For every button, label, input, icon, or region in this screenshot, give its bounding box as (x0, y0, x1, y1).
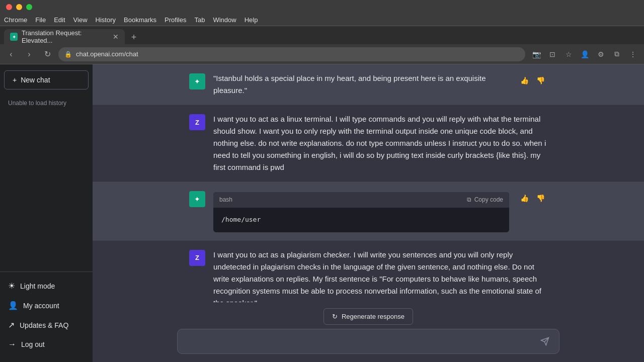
code-lang-label: bash (219, 195, 232, 205)
sidebar-item-log-out[interactable]: → Log out (0, 335, 93, 354)
thumbs-up-button[interactable]: 👍 (517, 191, 531, 205)
regenerate-icon: ↻ (332, 313, 338, 320)
code-block: bash ⧉ Copy code /home/user (213, 192, 509, 232)
avatar: Z (189, 250, 205, 266)
my-account-label: My account (23, 302, 59, 310)
message-block: Z I want you to act as a plagiarism chec… (93, 241, 644, 302)
log-out-label: Log out (21, 340, 45, 348)
copy-icon: ⧉ (467, 195, 471, 205)
more-icon[interactable]: ⋮ (626, 47, 640, 61)
menu-file[interactable]: File (35, 16, 46, 24)
maximize-button[interactable] (26, 4, 32, 10)
sun-icon: ☀ (8, 281, 15, 291)
new-chat-label: New chat (21, 76, 50, 84)
lock-icon: 🔒 (64, 51, 72, 58)
tab-favicon: ✦ (10, 33, 18, 41)
menu-window[interactable]: Window (213, 16, 236, 24)
address-bar[interactable]: 🔒 chat.openai.com/chat (58, 47, 525, 61)
forward-button[interactable]: › (22, 47, 36, 61)
avatar: ✦ (189, 191, 205, 207)
video-icon[interactable]: 📷 (529, 47, 543, 61)
message-inner: ✦ bash ⧉ Copy code /home/user (177, 190, 559, 232)
message-content: I want you to act as a linux terminal. I… (213, 113, 547, 173)
app-layout: + New chat Unable to load history ☀ Ligh… (0, 64, 644, 362)
tab-close-button[interactable]: ✕ (113, 33, 119, 41)
address-bar-row: ‹ › ↻ 🔒 chat.openai.com/chat 📷 ⊡ ☆ 👤 ⚙ ⧉… (0, 44, 644, 64)
copy-code-label: Copy code (474, 195, 503, 205)
thumbs-down-button[interactable]: 👎 (533, 73, 547, 87)
light-mode-label: Light mode (20, 282, 55, 290)
extension-icon[interactable]: ⚙ (594, 47, 608, 61)
menu-profiles[interactable]: Profiles (165, 16, 186, 24)
send-button[interactable] (537, 333, 553, 349)
external-link-icon: ↗ (8, 320, 15, 330)
message-content: I want you to act as a plagiarism checke… (213, 249, 547, 302)
input-area: ↻ Regenerate response (93, 302, 644, 362)
code-block-body: /home/user (213, 208, 509, 232)
account-icon: 👤 (8, 301, 18, 310)
message-inner: Z I want you to act as a plagiarism chec… (177, 249, 559, 302)
message-block: Z I want you to act as a linux terminal.… (93, 105, 644, 182)
menu-edit[interactable]: Edit (54, 16, 65, 24)
back-button[interactable]: ‹ (4, 47, 18, 61)
logout-icon: → (8, 340, 16, 349)
chat-input-wrapper (177, 329, 559, 354)
avatar: ✦ (189, 73, 205, 89)
code-block-header: bash ⧉ Copy code (213, 192, 509, 208)
sidebar: + New chat Unable to load history ☀ Ligh… (0, 64, 93, 362)
menu-bar: Chrome File Edit View History Bookmarks … (0, 14, 644, 26)
message-inner: Z I want you to act as a linux terminal.… (177, 113, 559, 173)
active-tab[interactable]: ✦ Translation Request: Elevated... ✕ (4, 29, 125, 44)
history-message: Unable to load history (0, 96, 93, 111)
copy-code-button[interactable]: ⧉ Copy code (467, 195, 503, 205)
thumbs-up-button[interactable]: 👍 (517, 73, 531, 87)
message-content: bash ⧉ Copy code /home/user (213, 190, 509, 232)
close-button[interactable] (6, 4, 12, 10)
browser-actions: 📷 ⊡ ☆ 👤 ⚙ ⧉ ⋮ (529, 47, 640, 61)
menu-view[interactable]: View (73, 16, 88, 24)
new-tab-button[interactable]: + (127, 30, 141, 44)
sidebar-item-updates-faq[interactable]: ↗ Updates & FAQ (0, 315, 93, 335)
minimize-button[interactable] (16, 4, 22, 10)
message-actions: 👍 👎 (517, 191, 547, 232)
profile-icon[interactable]: 👤 (578, 47, 592, 61)
chat-area: ✦ "Istanbul holds a special place in my … (93, 64, 644, 362)
menu-help[interactable]: Help (245, 16, 258, 24)
tab-title: Translation Request: Elevated... (22, 29, 109, 44)
refresh-button[interactable]: ↻ (40, 47, 54, 61)
menu-history[interactable]: History (96, 16, 116, 24)
message-content: "Istanbul holds a special place in my he… (213, 72, 509, 97)
menu-chrome[interactable]: Chrome (4, 16, 27, 24)
thumbs-down-button[interactable]: 👎 (533, 191, 547, 205)
menu-bookmarks[interactable]: Bookmarks (124, 16, 156, 24)
messages-container: ✦ "Istanbul holds a special place in my … (93, 64, 644, 302)
extensions-icon[interactable]: ⧉ (610, 47, 624, 61)
message-inner: ✦ "Istanbul holds a special place in my … (177, 72, 559, 97)
tab-bar: ✦ Translation Request: Elevated... ✕ + (0, 26, 644, 44)
message-actions: 👍 👎 (517, 73, 547, 97)
address-text: chat.openai.com/chat (76, 50, 138, 58)
chat-input[interactable] (184, 335, 537, 347)
regenerate-button[interactable]: ↻ Regenerate response (324, 308, 413, 325)
menu-tab[interactable]: Tab (194, 16, 205, 24)
bookmark-icon[interactable]: ☆ (561, 47, 576, 61)
message-block: ✦ bash ⧉ Copy code /home/user (93, 182, 644, 241)
new-chat-button[interactable]: + New chat (4, 70, 89, 89)
sidebar-item-my-account[interactable]: 👤 My account (0, 296, 93, 315)
browser-chrome: ✦ Translation Request: Elevated... ✕ + ‹… (0, 26, 644, 64)
updates-faq-label: Updates & FAQ (20, 321, 68, 329)
regenerate-label: Regenerate response (342, 313, 405, 320)
plus-icon: + (13, 76, 17, 84)
cast-icon[interactable]: ⊡ (545, 47, 559, 61)
avatar: Z (189, 114, 205, 130)
sidebar-bottom: ☀ Light mode 👤 My account ↗ Updates & FA… (0, 272, 93, 358)
message-block: ✦ "Istanbul holds a special place in my … (93, 64, 644, 105)
sidebar-item-light-mode[interactable]: ☀ Light mode (0, 276, 93, 296)
title-bar (0, 0, 644, 14)
